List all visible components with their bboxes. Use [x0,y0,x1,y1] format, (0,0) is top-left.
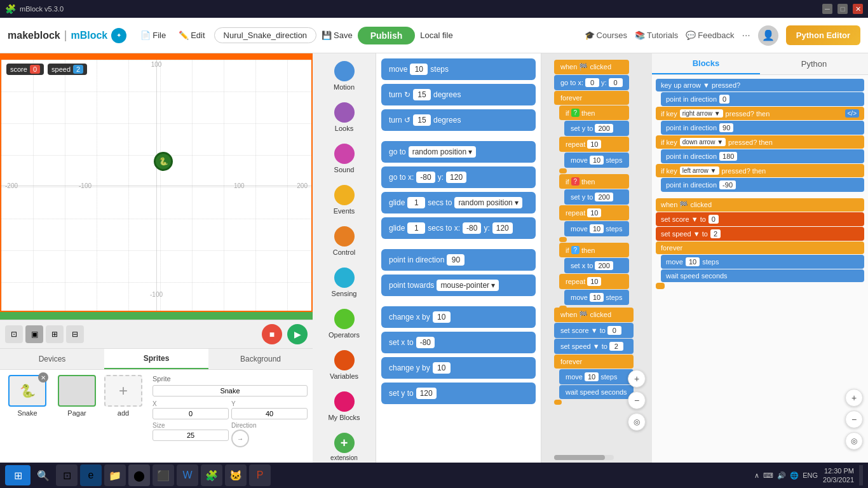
x-input[interactable] [153,408,229,419]
category-operators[interactable]: Operators [316,304,373,344]
extension-button[interactable]: + [334,433,355,453]
taskbar-edge[interactable]: e [80,464,102,486]
move-steps-input[interactable]: 10 [410,64,428,75]
python-editor-button[interactable]: Python Editor [786,25,860,45]
tab-sprites[interactable]: Sprites [104,349,208,369]
tutorials-button[interactable]: 📚 Tutorials [635,30,678,40]
block-glide-xy[interactable]: glide 1 secs to x: -80 y: 120 [381,217,536,239]
tab-background[interactable]: Background [208,349,313,369]
category-looks[interactable]: Looks [316,97,373,137]
taskbar-up-arrow[interactable]: ∧ [754,471,759,480]
block-point-towards[interactable]: point towards mouse-pointer ▾ [381,274,536,296]
right-zoom-out[interactable]: − [845,410,863,428]
category-sound[interactable]: Sound [316,139,373,179]
block-glide-random[interactable]: glide 1 secs to random position ▾ [381,192,536,214]
view-large-button[interactable]: ⊞ [46,325,64,343]
workspace[interactable]: when 🏁 clicked go to x: 0 y: 0 forever i… [541,53,652,463]
taskbar-explorer[interactable]: 📁 [104,464,126,486]
block-change-x[interactable]: change x by 10 [381,306,536,328]
show-desktop-button[interactable] [859,465,863,485]
project-name-button[interactable]: Nurul_Snake_direction [214,27,317,43]
block-goto-xy[interactable]: go to x: -80 y: 120 [381,166,536,188]
block-change-y[interactable]: change y by 10 [381,357,536,379]
view-small-button[interactable]: ⊡ [5,325,23,343]
snake-sprite[interactable]: 🐍 [154,152,173,171]
block-turn-ccw[interactable]: turn ↺ 15 degrees [381,109,536,131]
turn-cw-degrees-input[interactable]: 15 [413,89,431,100]
goto-dropdown[interactable]: random position ▾ [409,146,477,158]
view-medium-button[interactable]: ▣ [25,325,43,343]
change-y-input[interactable]: 10 [433,362,451,374]
y-input[interactable] [231,408,308,419]
block-point-direction[interactable]: point in direction 90 [381,249,536,271]
maximize-button[interactable]: □ [837,4,848,14]
block-set-x[interactable]: set x to -80 [381,332,536,353]
publish-button[interactable]: Publish [358,27,416,44]
right-recenter[interactable]: ◎ [845,432,863,450]
zoom-in-button[interactable]: + [628,370,646,388]
goto-y-input[interactable]: 120 [446,172,466,183]
recenter-button[interactable]: ◎ [628,413,646,431]
taskbar-powerpoint[interactable]: P [249,464,271,486]
search-taskbar-button[interactable]: 🔍 [33,465,53,485]
glide-xy-secs-input[interactable]: 1 [407,222,425,234]
save-button[interactable]: 💾 Save [322,30,353,40]
category-control[interactable]: Control [316,221,373,261]
zoom-out-button[interactable]: − [628,391,646,409]
category-sensing[interactable]: Sensing [316,262,373,302]
glide-xy-y-input[interactable]: 120 [492,222,513,234]
taskbar-chrome[interactable]: ⬤ [128,464,150,486]
right-zoom-in[interactable]: + [845,389,863,407]
taskbar-word[interactable]: W [177,464,198,486]
stop-button[interactable]: ■ [262,324,282,344]
add-sprite-button[interactable]: + [104,375,142,407]
set-y-input[interactable]: 120 [416,388,437,399]
file-menu[interactable]: 📄 File [137,28,170,43]
sprite-snake-delete[interactable]: ✕ [38,372,48,383]
tab-blocks[interactable]: Blocks [652,53,760,74]
point-towards-dropdown[interactable]: mouse-pointer ▾ [437,280,499,291]
play-button[interactable]: ▶ [287,324,308,344]
change-x-input[interactable]: 10 [433,311,451,323]
user-avatar[interactable]: 👤 [758,25,778,46]
goto-x-input[interactable]: -80 [416,172,435,183]
taskbar-network-icon[interactable]: 🌐 [790,471,799,480]
glide-xy-x-input[interactable]: -80 [463,222,481,234]
category-myblocks[interactable]: My Blocks [316,386,373,426]
more-button[interactable]: ··· [742,30,750,41]
taskbar-speaker-icon[interactable]: 🔊 [777,471,786,480]
tab-devices[interactable]: Devices [0,349,104,369]
sprite-name-input[interactable] [153,385,308,396]
taskbar-time-display[interactable]: 12:30 PM 20/3/2021 [823,466,854,485]
local-file-button[interactable]: Local file [420,30,452,40]
turn-ccw-degrees-input[interactable]: 15 [413,114,431,126]
start-button[interactable]: ⊞ [5,465,31,485]
tab-python[interactable]: Python [760,53,868,74]
sprite-item-snake[interactable]: 🐍 ✕ Snake [5,375,50,458]
block-turn-cw[interactable]: turn ↻ 15 degrees [381,84,536,105]
taskbar-task-view[interactable]: ⊡ [56,464,78,486]
view-grid-button[interactable]: ⊟ [66,325,84,343]
point-dir-input[interactable]: 90 [447,254,465,266]
taskbar-scratch[interactable]: 🐱 [225,464,247,486]
feedback-button[interactable]: 💬 Feedback [686,30,734,40]
minimize-button[interactable]: ─ [822,4,832,14]
block-set-y[interactable]: set y to 120 [381,383,536,404]
category-motion[interactable]: Motion [316,56,373,96]
courses-button[interactable]: 🎓 Courses [585,30,627,40]
workspace-scrollbar-thumb[interactable] [554,455,605,460]
size-input[interactable] [153,430,229,441]
taskbar-cmd[interactable]: ⬛ [153,464,174,486]
close-button[interactable]: ✕ [853,4,863,14]
set-x-input[interactable]: -80 [416,337,435,348]
glide-secs-input[interactable]: 1 [407,197,425,208]
block-goto-random[interactable]: go to random position ▾ [381,141,536,163]
edit-menu[interactable]: ✏️ Edit [175,28,208,43]
glide-dropdown[interactable]: random position ▾ [454,197,522,208]
sprite-item-pagar[interactable]: Pagar [55,375,99,458]
category-variables[interactable]: Variables [316,345,373,385]
category-events[interactable]: Events [316,180,373,220]
block-move-steps[interactable]: move 10 steps [381,58,536,80]
taskbar-mblock[interactable]: 🧩 [201,464,222,486]
direction-circle[interactable]: → [231,430,249,447]
